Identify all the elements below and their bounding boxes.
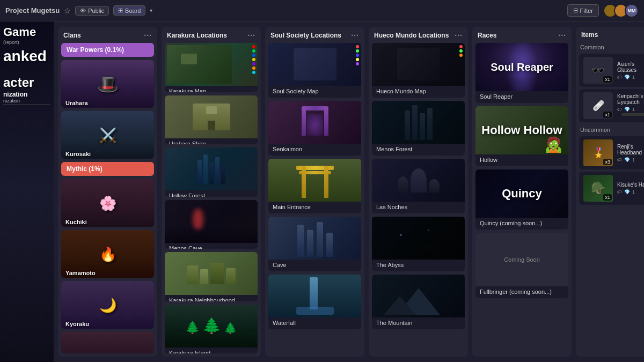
card-the-abyss[interactable]: The Abyss	[372, 217, 465, 271]
clan-card-kurosaki[interactable]: ⚔️ Kurosaki	[61, 111, 154, 159]
public-icon: 👁	[80, 8, 86, 14]
column-clans-menu[interactable]: ···	[144, 31, 152, 40]
column-items-scroll: Common 🕶️ x1 Aizen's Glasses 🏷 💎 1	[576, 42, 644, 357]
card-las-noches[interactable]: Las Noches	[372, 159, 465, 213]
karakura-neighbourhood-label: Karakura Neighbourhood	[165, 295, 258, 301]
ss-map-label: Soul Society Map	[268, 86, 361, 98]
eyepatch-star-icon: 💎	[624, 107, 630, 112]
menos-trees	[405, 105, 433, 140]
column-ss-menu[interactable]: ···	[351, 31, 359, 40]
card-the-mountain[interactable]: The Mountain	[372, 275, 465, 329]
item-card-kenpachis-eyepatch[interactable]: 🩹 x1 Kenpachi's Eyepatch 🏷 💎 1	[579, 89, 644, 122]
items-section-common: Common	[579, 42, 644, 51]
card-menos-cave[interactable]: Menos Cave	[165, 200, 258, 249]
glasses-name: Aizen's Glasses	[617, 61, 644, 73]
card-karakura-island[interactable]: 🌲 🌲 🌲 Karakura Island	[165, 305, 258, 354]
map-terrain	[167, 45, 232, 84]
urahara-shop-image	[165, 95, 258, 138]
item-card-kisukes-hat[interactable]: 🪖 x1 Kisuke's Hat 🏷 💎 1	[579, 172, 644, 205]
glasses-image: 🕶️ x1	[583, 57, 613, 84]
karakura-island-label: Karakura Island	[165, 348, 258, 354]
clan-mythic[interactable]: Mythic (1%)	[61, 162, 154, 176]
column-karakura-title: Karakura Locations	[167, 32, 227, 39]
urahara-name: Urahara	[65, 100, 88, 106]
urahara-shop-label: Urahara Shop	[165, 138, 258, 145]
public-badge[interactable]: 👁 Public	[75, 6, 109, 16]
glasses-count: x1	[603, 76, 612, 83]
soul-reaper-image: Soul Reaper	[475, 43, 568, 91]
item-card-aizens-glasses[interactable]: 🕶️ x1 Aizen's Glasses 🏷 💎 1	[579, 54, 644, 87]
cave-label: Cave	[268, 260, 361, 271]
main-entrance-label: Main Entrance	[268, 202, 361, 213]
card-main-entrance[interactable]: Main Entrance	[268, 159, 361, 213]
column-hm-header: Hueco Mundo Locations ···	[369, 27, 468, 43]
clan-card-yamamoto[interactable]: 🔥 Yamamoto	[61, 230, 154, 278]
topbar-right: ⊟ Filter MM	[567, 4, 639, 18]
item-card-renjis-headband[interactable]: 🎖️ x3 Renji's Headband 🏷 💎 1	[579, 136, 644, 169]
ss-map-image	[268, 43, 361, 86]
karakura-map-image	[165, 43, 258, 86]
filter-button[interactable]: ⊟ Filter	[567, 4, 599, 17]
column-races-menu[interactable]: ···	[558, 31, 566, 40]
abyss-light1	[400, 234, 402, 236]
glasses-tag-icon: 🏷	[617, 75, 622, 80]
column-races-header: Races ···	[472, 27, 572, 43]
waterfall-visual	[296, 277, 334, 315]
card-fullbringer[interactable]: Coming Soon Fullbringer (coming soon...)	[475, 233, 568, 298]
card-hollow-forest[interactable]: Hollow Forest	[165, 147, 258, 197]
soul-reaper-content: Soul Reaper	[475, 43, 568, 91]
waterfall-label: Waterfall	[268, 317, 361, 329]
kyoraku-image: 🌙 Kyoraku	[61, 281, 154, 329]
column-items: Items Common 🕶️ x1 Aizen's Glasses 🏷 💎	[576, 27, 644, 357]
cave-pillars	[297, 219, 333, 257]
column-karakura-menu[interactable]: ···	[247, 31, 255, 40]
card-urahara-shop[interactable]: Urahara Shop	[165, 95, 258, 145]
star-icon[interactable]: ☆	[64, 6, 71, 15]
card-karakura-map[interactable]: Karakura Map	[165, 43, 258, 92]
card-waterfall[interactable]: Waterfall	[268, 275, 361, 329]
quincy-image: Quincy	[475, 169, 568, 218]
column-races-cards: Soul Reaper Soul Reaper Hollow Hollow 🧟	[472, 43, 572, 357]
card-quincy[interactable]: Quincy Quincy (coming soon...)	[475, 169, 568, 230]
column-hm-menu[interactable]: ···	[455, 31, 463, 40]
clan-card-kuchiki[interactable]: 🌸 Kuchiki	[61, 179, 154, 227]
column-items-header: Items	[576, 27, 644, 42]
card-cave[interactable]: Cave	[268, 217, 361, 271]
clan-card-kyoraku[interactable]: 🌙 Kyoraku	[61, 281, 154, 329]
headband-info: Renji's Headband 🏷 💎 1	[617, 144, 644, 162]
senkaimon-label: Senkaimon	[268, 144, 361, 156]
card-senkaimon[interactable]: Senkaimon	[268, 101, 361, 156]
quincy-content: Quincy	[475, 169, 568, 218]
hollow-label: Hollow	[475, 154, 568, 166]
column-hm-title: Hueco Mundo Locations	[374, 32, 449, 39]
avatar-mm: MM	[625, 4, 639, 18]
chevron-down-icon[interactable]: ▾	[150, 8, 152, 13]
quincy-title: Quincy	[502, 187, 542, 201]
waterfall-image	[268, 275, 361, 317]
cave-floor	[165, 227, 258, 243]
card-menos-forest[interactable]: Menos Forest	[372, 101, 465, 156]
headband-name: Renji's Headband	[617, 144, 644, 156]
headband-rarity: 1	[632, 157, 635, 162]
hollow-character: 🧟	[544, 136, 563, 153]
clan-card-urahara[interactable]: 🎩 Urahara	[61, 60, 154, 108]
clan-war-powers[interactable]: War Powers (0.1%)	[61, 43, 154, 57]
soul-reaper-label: Soul Reaper	[475, 91, 568, 103]
clan-card-extra[interactable]	[61, 332, 154, 353]
soul-reaper-title: Soul Reaper	[491, 61, 553, 73]
column-karakura: Karakura Locations ···	[162, 27, 261, 357]
board-badge[interactable]: ⊞ Board	[113, 5, 145, 16]
glasses-meta: 🏷 💎 1	[617, 75, 644, 80]
headband-star-icon: 💎	[624, 157, 630, 162]
card-soul-reaper[interactable]: Soul Reaper Soul Reaper	[475, 43, 568, 103]
card-hm-map[interactable]: Hueco Mundo Map	[372, 43, 465, 98]
column-karakura-header: Karakura Locations ···	[162, 27, 261, 43]
eyepatch-icon: 🩹	[592, 100, 604, 112]
column-races-title: Races	[478, 32, 496, 39]
the-mountain-image	[372, 275, 465, 317]
card-hollow[interactable]: Hollow Hollow 🧟 Hollow	[475, 106, 568, 166]
eyepatch-rarity: 1	[632, 107, 635, 112]
eyepatch-count: x1	[603, 112, 612, 118]
card-karakura-neighbourhood[interactable]: Karakura Neighbourhood	[165, 252, 258, 301]
card-ss-map[interactable]: Soul Society Map	[268, 43, 361, 98]
